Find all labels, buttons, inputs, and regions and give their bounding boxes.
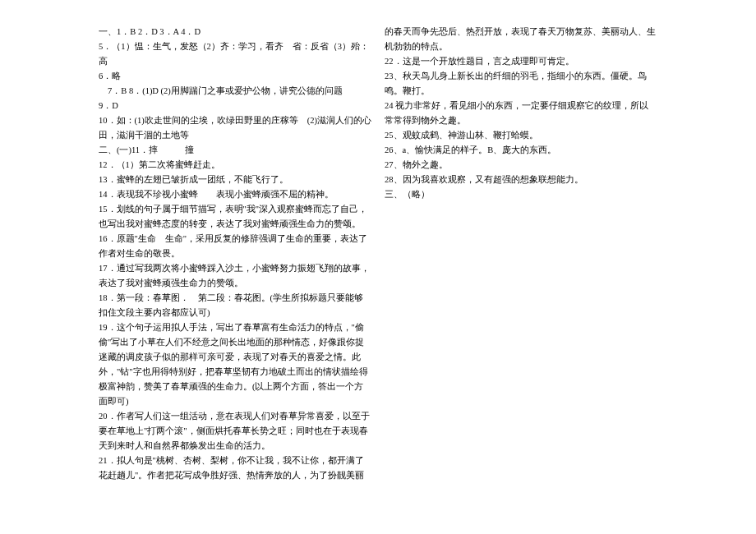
document-page: 一、1．B 2．D 3．A 4．D 5．（1）愠：生气，发怒（2）齐：学习，看齐… — [0, 25, 756, 509]
answer-line: 27、物外之趣。 — [385, 158, 657, 173]
answer-line: 23、秋天鸟儿身上新长出的纤细的羽毛，指细小的东西。僵硬。鸟鸣。鞭打。 — [385, 69, 657, 99]
answer-line: 19．这个句子运用拟人手法，写出了春草富有生命活力的特点，"偷偷"写出了小草在人… — [99, 320, 371, 409]
answer-line: 18．第一段：春草图． 第二段：春花图。(学生所拟标题只要能够扣住文段主要内容都… — [99, 291, 371, 320]
answer-line: 16．原题"生命 生命"，采用反复的修辞强调了生命的重要，表达了作者对生命的敬畏… — [99, 232, 371, 261]
answer-line: 28、因为我喜欢观察，又有超强的想象联想能力。 — [385, 173, 657, 187]
answer-line: 20．作者写人们这一组活动，意在表现人们对春草异常喜爱，以至于要在草地上"打两个… — [99, 409, 371, 453]
answer-line: 12．（1）第二次将蜜蜂赶走。 — [99, 158, 371, 173]
answer-line: 7．B 8．(1)D (2)用脚踹门之事或爱护公物，讲究公德的问题 — [99, 84, 371, 99]
answer-line: 13．蜜蜂的左翅已皱折成一团纸，不能飞行了。 — [99, 173, 371, 187]
answer-line: 14．表现我不珍视小蜜蜂 表现小蜜蜂顽强不屈的精神。 — [99, 187, 371, 202]
answer-line: 22．这是一个开放性题目，言之成理即可肯定。 — [385, 54, 657, 69]
answer-line: 15．划线的句子属于细节描写，表明"我"深入观察蜜蜂而忘了自己，也写出我对蜜蜂态… — [99, 202, 371, 232]
answer-line: 三、（略） — [385, 187, 657, 202]
answer-line: 9．D — [99, 99, 371, 113]
answer-line: 26、a、愉快满足的样子。B、庞大的东西。 — [385, 143, 657, 158]
answer-line: 17．通过写我两次将小蜜蜂踩入沙土，小蜜蜂努力振翅飞翔的故事，表达了我对蜜蜂顽强… — [99, 261, 371, 291]
answer-line: 10．如：(1)吹走世间的尘埃，吹绿田野里的庄稼等 (2)滋润人们的心田，滋润干… — [99, 113, 371, 143]
answer-line: 24 视力非常好，看见细小的东西，一定要仔细观察它的纹理，所以常常得到物外之趣。 — [385, 99, 657, 128]
answer-line: 二、(一)11．摔 撞 — [99, 143, 371, 158]
answer-line: 5．（1）愠：生气，发怒（2）齐：学习，看齐 省：反省（3）殆：高 — [99, 39, 371, 69]
answer-line: 25、观蚊成鹤、神游山林、鞭打蛤蟆。 — [385, 128, 657, 143]
answer-line: 6．略 — [99, 69, 371, 84]
answer-line: 一、1．B 2．D 3．A 4．D — [99, 25, 371, 39]
